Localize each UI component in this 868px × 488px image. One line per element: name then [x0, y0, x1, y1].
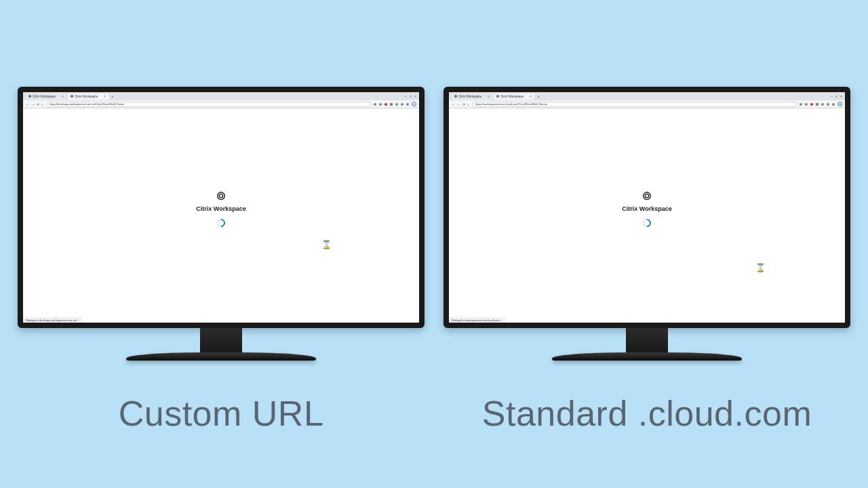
svg-point-3	[644, 192, 651, 200]
monitor-base	[126, 352, 316, 361]
tab-citrix-workspace-1[interactable]: Citrix Workspace ×	[26, 94, 66, 100]
loading-spinner-icon	[642, 218, 653, 229]
citrix-logo-icon	[642, 190, 652, 201]
window-controls: – □ ×	[831, 94, 845, 98]
close-window-button[interactable]: ×	[414, 94, 416, 98]
citrix-workspace-loading: Citrix Workspace	[622, 190, 671, 227]
browser-address-bar: ← → ⟳ ⌂ https://desktops.workspacesecure…	[23, 100, 419, 108]
monitor-right-block: Citrix Workspace × Citrix Workspace × + …	[443, 87, 850, 434]
monitor-left-block: Citrix Workspace × Citrix Workspace × + …	[18, 87, 425, 434]
menu-icon[interactable]	[832, 103, 835, 106]
status-bar: Waiting for workspacesecure.cloud.com…	[449, 317, 505, 323]
toolbar-icons: b	[374, 102, 416, 106]
close-window-button[interactable]: ×	[840, 94, 842, 98]
tab-title: Citrix Workspace	[33, 95, 56, 98]
minimize-button[interactable]: –	[405, 94, 407, 98]
screen-left: Citrix Workspace × Citrix Workspace × + …	[23, 92, 419, 323]
citrix-workspace-loading: Citrix Workspace	[196, 190, 245, 227]
forward-button[interactable]: →	[457, 102, 460, 106]
browser-tab-bar: Citrix Workspace × Citrix Workspace × + …	[449, 92, 845, 100]
svg-point-4	[645, 194, 648, 197]
tab-citrix-workspace-1[interactable]: Citrix Workspace ×	[452, 94, 492, 100]
reload-button[interactable]: ⟳	[462, 102, 465, 106]
page-viewport: Citrix Workspace ⌛ Waiting for workspace…	[449, 108, 845, 323]
extension-grid-icon[interactable]	[390, 103, 393, 106]
status-bar: Waiting for desktops.workspacesecure.net…	[23, 317, 82, 323]
bookmark-star-icon[interactable]	[805, 103, 808, 106]
extension-grid-icon[interactable]	[816, 103, 818, 106]
close-icon[interactable]: ×	[104, 94, 106, 98]
close-icon[interactable]: ×	[530, 94, 532, 98]
tab-citrix-workspace-2[interactable]: Citrix Workspace ×	[68, 94, 108, 100]
account-icon[interactable]: b	[837, 102, 842, 106]
tab-title: Citrix Workspace	[500, 95, 524, 98]
menu-icon[interactable]	[406, 103, 409, 106]
bookmark-star-icon[interactable]	[379, 103, 382, 106]
page-viewport: Citrix Workspace ⌛ Waiting for desktops.…	[23, 108, 419, 323]
url-field[interactable]: https://workspacesecure.cloud.com/Citrix…	[472, 102, 797, 107]
forward-button[interactable]: →	[31, 102, 35, 106]
screen-right: Citrix Workspace × Citrix Workspace × + …	[449, 92, 845, 323]
status-text: Waiting for desktops.workspacesecure.net…	[26, 319, 79, 322]
brand-label: Citrix Workspace	[622, 205, 671, 212]
browser-tab-bar: Citrix Workspace × Citrix Workspace × + …	[23, 92, 419, 100]
tab-title: Citrix Workspace	[458, 95, 481, 98]
url-field[interactable]: https://desktops.workspacesecure.net/Cit…	[46, 102, 371, 107]
monitor-neck	[626, 328, 668, 352]
nav-buttons: ← → ⟳ ⌂	[452, 102, 469, 106]
reader-mode-icon[interactable]	[800, 103, 802, 106]
maximize-button[interactable]: □	[835, 94, 837, 98]
close-icon[interactable]: ×	[488, 94, 490, 98]
svg-point-0	[218, 192, 225, 200]
status-text: Waiting for workspacesecure.cloud.com…	[452, 319, 502, 322]
new-tab-button[interactable]: +	[536, 94, 541, 99]
hourglass-cursor-icon: ⌛	[321, 240, 332, 249]
caption-left: Custom URL	[119, 393, 324, 434]
browser-address-bar: ← → ⟳ ⌂ https://workspacesecure.cloud.co…	[449, 100, 845, 108]
hourglass-cursor-icon: ⌛	[755, 263, 766, 272]
extension-icon[interactable]	[395, 103, 398, 106]
home-button[interactable]: ⌂	[467, 102, 469, 106]
new-tab-button[interactable]: +	[110, 94, 115, 99]
close-icon[interactable]: ×	[62, 94, 64, 98]
extension-icon[interactable]	[821, 103, 824, 106]
svg-point-1	[219, 194, 222, 197]
monitor-right: Citrix Workspace × Citrix Workspace × + …	[443, 87, 850, 328]
favicon-icon	[454, 95, 457, 98]
maximize-button[interactable]: □	[410, 94, 412, 98]
account-icon[interactable]: b	[412, 102, 416, 106]
url-text: https://workspacesecure.cloud.com/Citrix…	[475, 102, 547, 106]
monitor-neck	[200, 328, 242, 352]
toolbar-icons: b	[800, 102, 842, 106]
minimize-button[interactable]: –	[831, 94, 833, 98]
favicon-icon	[496, 95, 499, 98]
back-button[interactable]: ←	[26, 102, 29, 106]
reload-button[interactable]: ⟳	[37, 102, 39, 106]
back-button[interactable]: ←	[452, 102, 455, 106]
svg-point-5	[646, 192, 648, 193]
ublock-icon[interactable]	[810, 103, 813, 106]
extension-icon[interactable]	[401, 103, 403, 106]
loading-spinner-icon	[216, 218, 227, 229]
nav-buttons: ← → ⟳ ⌂	[26, 102, 43, 106]
comparison-stage: Citrix Workspace × Citrix Workspace × + …	[0, 0, 868, 488]
url-text: https://desktops.workspacesecure.net/Cit…	[50, 102, 124, 106]
svg-point-2	[220, 192, 222, 193]
extension-icon[interactable]	[827, 103, 829, 106]
favicon-icon	[71, 95, 73, 98]
window-controls: – □ ×	[405, 94, 419, 98]
ublock-icon[interactable]	[384, 103, 387, 106]
tab-title: Citrix Workspace	[75, 95, 98, 98]
monitor-base	[552, 352, 742, 361]
brand-label: Citrix Workspace	[196, 205, 245, 212]
reader-mode-icon[interactable]	[374, 103, 376, 106]
tab-citrix-workspace-2[interactable]: Citrix Workspace ×	[494, 94, 534, 100]
monitor-left: Citrix Workspace × Citrix Workspace × + …	[18, 87, 425, 328]
favicon-icon	[28, 95, 31, 98]
citrix-logo-icon	[216, 190, 226, 201]
caption-right: Standard .cloud.com	[482, 393, 812, 434]
home-button[interactable]: ⌂	[41, 102, 43, 106]
